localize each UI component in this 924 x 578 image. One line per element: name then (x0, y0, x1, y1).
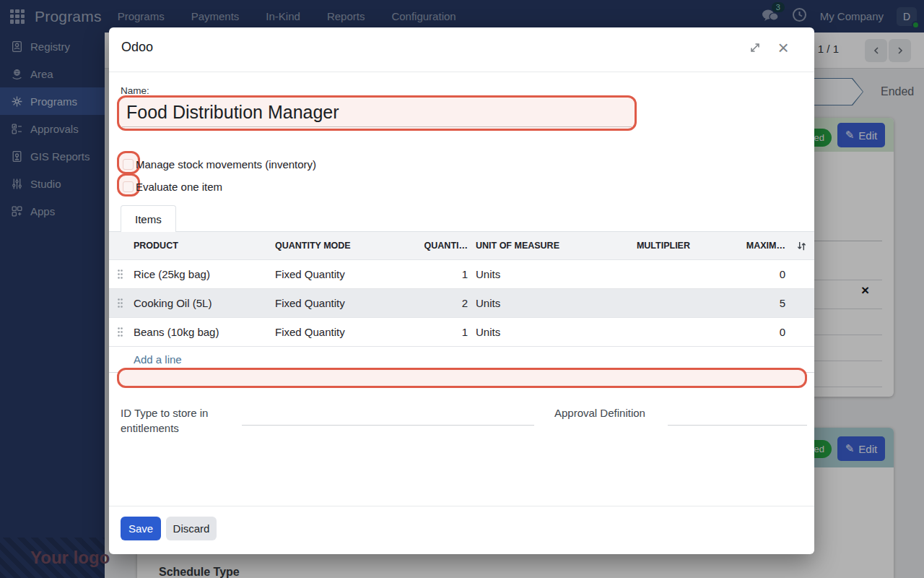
id-type-label: ID Type to store in entitlements (121, 405, 222, 436)
name-field-label: Name: (121, 85, 149, 96)
drag-handle-icon[interactable] (109, 269, 131, 280)
col-product[interactable]: PRODUCT (131, 241, 275, 251)
cell-maximum: 5 (693, 297, 788, 309)
close-dialog-button[interactable]: × (775, 40, 791, 56)
footer-divider (109, 506, 814, 506)
col-unit-of-measure[interactable]: UNIT OF MEASURE (471, 241, 621, 251)
add-a-line-link[interactable]: Add a line (134, 353, 182, 366)
cell-maximum: 0 (693, 326, 788, 338)
table-row[interactable]: Rice (25kg bag) Fixed Quantity 1 Units 0 (109, 260, 814, 289)
name-input[interactable]: Food Distribution Manager (117, 95, 637, 131)
discard-button[interactable]: Discard (166, 517, 217, 540)
cell-product: Cooking Oil (5L) (131, 297, 275, 309)
manage-stock-checkbox[interactable] (123, 159, 134, 170)
table-row[interactable]: Cooking Oil (5L) Fixed Quantity 2 Units … (109, 289, 814, 318)
col-quantity-mode[interactable]: QUANTITY MODE (275, 241, 410, 251)
optional-columns-button[interactable] (788, 241, 814, 251)
drag-handle-icon[interactable] (109, 298, 131, 309)
approval-definition-label: Approval Definition (554, 405, 645, 420)
save-button[interactable]: Save (121, 517, 161, 540)
dialog-title: Odoo (121, 40, 153, 55)
optional-columns-icon (796, 241, 807, 251)
odoo-dialog: Odoo × Name: Food Distribution Manager M… (109, 27, 814, 554)
dialog-header: Odoo × (109, 27, 814, 72)
drag-handle-icon[interactable] (109, 327, 131, 337)
table-header-row: PRODUCT QUANTITY MODE QUANTI… UNIT OF ME… (109, 232, 814, 260)
close-icon: × (777, 37, 788, 59)
expand-icon (749, 41, 762, 54)
evaluate-one-item-label: Evaluate one item (136, 181, 222, 193)
table-highlight-box (117, 368, 807, 388)
cell-product: Beans (10kg bag) (131, 326, 275, 338)
name-value: Food Distribution Manager (126, 102, 339, 123)
expand-dialog-button[interactable] (747, 40, 763, 56)
cell-quantity: 2 (410, 297, 471, 309)
approval-definition-input[interactable] (668, 425, 807, 426)
cell-uom: Units (471, 297, 621, 309)
col-maximum[interactable]: MAXIM… (693, 241, 788, 251)
cell-uom: Units (471, 326, 621, 338)
cell-quantity-mode: Fixed Quantity (275, 297, 410, 309)
evaluate-one-item-checkbox[interactable] (123, 181, 134, 192)
tab-items[interactable]: Items (121, 205, 176, 232)
col-multiplier[interactable]: MULTIPLIER (621, 241, 693, 251)
cell-quantity: 1 (410, 268, 471, 280)
cell-maximum: 0 (693, 268, 788, 280)
col-quantity[interactable]: QUANTI… (410, 241, 471, 251)
cell-quantity-mode: Fixed Quantity (275, 326, 410, 338)
manage-stock-label: Manage stock movements (inventory) (136, 158, 316, 171)
cell-uom: Units (471, 268, 621, 280)
cell-quantity: 1 (410, 326, 471, 338)
id-type-input[interactable] (242, 425, 534, 426)
cell-product: Rice (25kg bag) (131, 268, 275, 280)
cell-quantity-mode: Fixed Quantity (275, 268, 410, 280)
items-table: PRODUCT QUANTITY MODE QUANTI… UNIT OF ME… (109, 232, 814, 373)
table-row[interactable]: Beans (10kg bag) Fixed Quantity 1 Units … (109, 318, 814, 347)
